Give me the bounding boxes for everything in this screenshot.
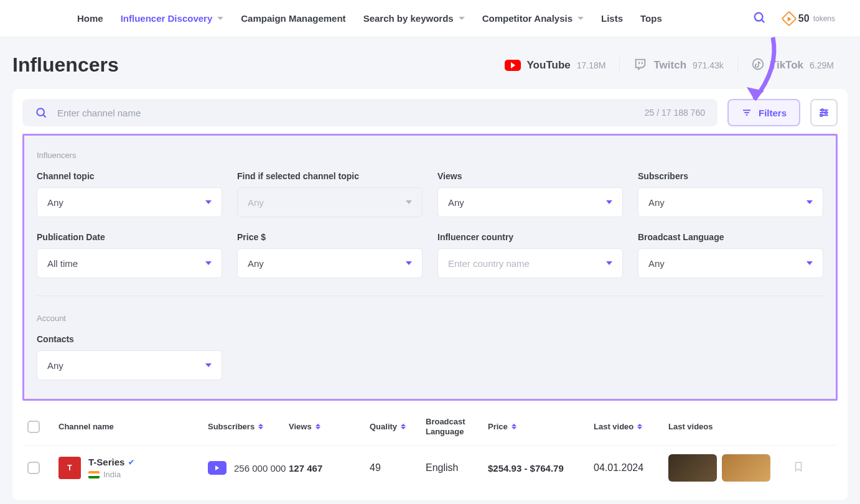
filters-button[interactable]: Filters xyxy=(727,99,800,126)
flag-icon xyxy=(88,471,100,478)
verified-icon: ✔ xyxy=(128,458,134,467)
views-value: 127 467 xyxy=(289,463,370,474)
channel-country: India xyxy=(88,470,134,479)
platform-tabs: YouTube 17.18M Twitch 971.43k TikTok 6.2… xyxy=(491,57,848,73)
tokens-count: 50 xyxy=(798,13,810,24)
nav-competitor-analysis[interactable]: Competitor Analysis xyxy=(482,13,584,24)
sliders-icon xyxy=(818,106,830,119)
filter-contacts: Contacts Any xyxy=(37,334,222,380)
nav-home[interactable]: Home xyxy=(77,13,103,24)
platform-youtube[interactable]: YouTube 17.18M xyxy=(491,59,620,72)
sort-icon xyxy=(512,424,516,429)
sort-icon xyxy=(258,424,263,429)
row-checkbox[interactable] xyxy=(27,462,40,474)
chevron-down-icon xyxy=(205,261,212,265)
col-quality[interactable]: Quality xyxy=(370,422,426,431)
filters-panel: Influencers Channel topic Any Find if se… xyxy=(22,134,838,401)
filter-views: Views Any xyxy=(437,171,623,217)
youtube-icon xyxy=(505,60,521,71)
col-broadcast[interactable]: Broadcast Language xyxy=(426,417,488,436)
nav-search-keywords[interactable]: Search by keywords xyxy=(363,13,465,24)
chevron-down-icon xyxy=(606,200,612,204)
nav-campaign-management[interactable]: Campaign Management xyxy=(241,13,345,24)
language-value: English xyxy=(426,462,488,474)
subscribers-value: 256 000 000 xyxy=(234,463,286,474)
channel-cell[interactable]: T T-Series✔ India xyxy=(58,457,208,479)
divider xyxy=(37,296,823,296)
last-video-date: 04.01.2024 xyxy=(594,462,668,474)
col-subscribers[interactable]: Subscribers xyxy=(208,422,289,431)
price-value: $254.93 - $764.79 xyxy=(488,463,594,474)
select-publication-date[interactable]: All time xyxy=(37,248,222,278)
filter-language: Broadcast Language Any xyxy=(638,232,823,278)
svg-point-5 xyxy=(37,108,44,116)
chevron-down-icon xyxy=(806,200,813,204)
col-views[interactable]: Views xyxy=(289,422,370,431)
sort-icon xyxy=(315,424,320,429)
youtube-play-button[interactable] xyxy=(208,461,227,475)
filter-icon xyxy=(741,107,752,118)
svg-point-15 xyxy=(820,114,822,116)
platform-tiktok[interactable]: TikTok 6.29M xyxy=(737,58,848,73)
tokens-badge[interactable]: 50 tokens xyxy=(783,13,835,24)
svg-line-1 xyxy=(762,20,764,22)
search-result-count: 25 / 17 188 760 xyxy=(645,108,705,118)
select-country[interactable]: Enter country name xyxy=(437,248,623,278)
select-find-if-topic: Any xyxy=(237,187,423,217)
tokens-label: tokens xyxy=(813,14,835,23)
results-table: Channel name Subscribers Views Quality B… xyxy=(22,408,838,490)
quality-value: 49 xyxy=(370,462,426,474)
col-last-video[interactable]: Last video xyxy=(594,422,668,431)
token-icon xyxy=(781,11,797,26)
search-icon xyxy=(35,106,47,119)
chevron-down-icon xyxy=(205,363,212,367)
svg-point-11 xyxy=(821,109,823,111)
page-title: Influencers xyxy=(12,54,119,77)
chevron-down-icon xyxy=(406,261,412,265)
video-thumbnail[interactable] xyxy=(668,454,717,482)
chevron-down-icon xyxy=(577,17,584,20)
twitch-icon xyxy=(633,57,647,73)
select-channel-topic[interactable]: Any xyxy=(37,187,222,217)
select-views[interactable]: Any xyxy=(437,187,623,217)
select-subscribers[interactable]: Any xyxy=(638,187,823,217)
nav-lists[interactable]: Lists xyxy=(601,13,623,24)
search-box: 25 / 17 188 760 xyxy=(22,99,717,126)
video-thumbnails[interactable] xyxy=(668,454,793,482)
channel-avatar: T xyxy=(58,457,81,479)
filter-country: Influencer country Enter country name xyxy=(437,232,623,278)
filters-section-influencers: Influencers xyxy=(37,151,823,160)
table-row: T T-Series✔ India 256 000 000 127 467 49… xyxy=(22,445,838,490)
filter-channel-topic: Channel topic Any xyxy=(37,171,222,217)
chevron-down-icon xyxy=(459,17,465,20)
chevron-down-icon xyxy=(806,261,813,265)
chevron-down-icon xyxy=(205,200,212,204)
top-nav: Home Influencer Discovery Campaign Manag… xyxy=(0,0,860,37)
tiktok-icon xyxy=(752,58,764,73)
filter-price: Price $ Any xyxy=(237,232,423,278)
select-language[interactable]: Any xyxy=(638,248,823,278)
search-input[interactable] xyxy=(57,108,635,118)
filters-section-account: Account xyxy=(37,314,823,323)
sort-icon xyxy=(401,424,406,429)
page-header: Influencers YouTube 17.18M Twitch 971.43… xyxy=(12,54,848,89)
settings-button[interactable] xyxy=(810,99,838,126)
col-channel[interactable]: Channel name xyxy=(58,422,208,431)
select-price[interactable]: Any xyxy=(237,248,423,278)
chevron-down-icon xyxy=(606,261,612,265)
search-icon[interactable] xyxy=(752,11,766,27)
svg-point-0 xyxy=(755,12,763,21)
table-header: Channel name Subscribers Views Quality B… xyxy=(22,408,838,445)
nav-influencer-discovery[interactable]: Influencer Discovery xyxy=(121,13,224,24)
platform-twitch[interactable]: Twitch 971.43k xyxy=(619,57,737,73)
video-thumbnail[interactable] xyxy=(722,454,770,482)
col-price[interactable]: Price xyxy=(488,422,594,431)
nav-tops[interactable]: Tops xyxy=(640,13,662,24)
bookmark-button[interactable] xyxy=(793,460,824,476)
svg-line-6 xyxy=(44,115,46,118)
select-all-checkbox[interactable] xyxy=(27,421,40,433)
select-contacts[interactable]: Any xyxy=(37,350,222,380)
search-card: 25 / 17 188 760 Filters Influencers Chan… xyxy=(12,89,848,500)
filter-find-if-topic: Find if selected channel topic Any xyxy=(237,171,423,217)
filter-publication-date: Publication Date All time xyxy=(37,232,222,278)
